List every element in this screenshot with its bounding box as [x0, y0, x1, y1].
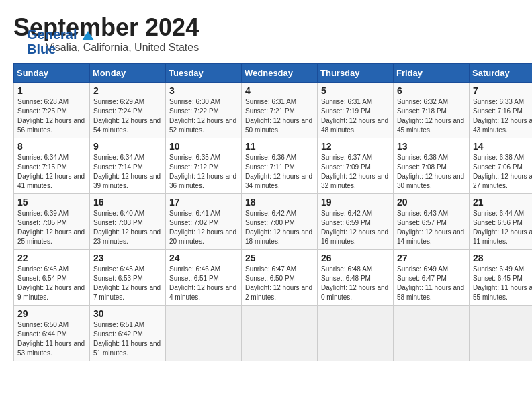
day-info: Sunrise: 6:28 AM Sunset: 7:25 PM Dayligh… [17, 97, 86, 135]
col-monday: Monday [90, 64, 166, 83]
calendar-cell: 20 Sunrise: 6:43 AM Sunset: 6:57 PM Dayl… [394, 194, 470, 250]
day-number: 17 [169, 197, 238, 208]
day-info: Sunrise: 6:38 AM Sunset: 7:08 PM Dayligh… [397, 153, 466, 191]
day-info: Sunrise: 6:41 AM Sunset: 7:02 PM Dayligh… [169, 209, 238, 246]
day-info: Sunrise: 6:38 AM Sunset: 7:06 PM Dayligh… [473, 153, 532, 191]
day-info: Sunrise: 6:32 AM Sunset: 7:18 PM Dayligh… [397, 97, 466, 135]
calendar-cell: 23 Sunrise: 6:45 AM Sunset: 6:53 PM Dayl… [90, 250, 166, 306]
calendar-header-row: Sunday Monday Tuesday Wednesday Thursday… [14, 64, 533, 83]
day-info: Sunrise: 6:49 AM Sunset: 6:47 PM Dayligh… [397, 265, 466, 302]
calendar-cell: 10 Sunrise: 6:35 AM Sunset: 7:12 PM Dayl… [166, 138, 242, 194]
day-info: Sunrise: 6:46 AM Sunset: 6:51 PM Dayligh… [169, 265, 238, 302]
day-number: 29 [17, 308, 86, 319]
day-number: 11 [245, 141, 314, 152]
calendar-week-row: 1 Sunrise: 6:28 AM Sunset: 7:25 PM Dayli… [14, 83, 533, 138]
calendar-cell: 30 Sunrise: 6:51 AM Sunset: 6:42 PM Dayl… [90, 306, 166, 361]
calendar-cell: 26 Sunrise: 6:48 AM Sunset: 6:48 PM Dayl… [318, 250, 394, 306]
day-number: 9 [93, 141, 162, 152]
day-number: 4 [245, 85, 314, 96]
logo-text: General [27, 27, 94, 42]
calendar-cell: 3 Sunrise: 6:30 AM Sunset: 7:22 PM Dayli… [166, 83, 242, 138]
calendar-cell: 2 Sunrise: 6:29 AM Sunset: 7:24 PM Dayli… [90, 83, 166, 138]
day-info: Sunrise: 6:42 AM Sunset: 7:00 PM Dayligh… [245, 209, 314, 246]
day-number: 1 [17, 85, 86, 96]
day-info: Sunrise: 6:39 AM Sunset: 7:05 PM Dayligh… [17, 209, 86, 246]
day-number: 23 [93, 253, 162, 263]
day-info: Sunrise: 6:42 AM Sunset: 6:59 PM Dayligh… [321, 209, 390, 246]
day-info: Sunrise: 6:45 AM Sunset: 6:53 PM Dayligh… [93, 265, 162, 302]
calendar-cell: 21 Sunrise: 6:44 AM Sunset: 6:56 PM Dayl… [470, 194, 533, 250]
calendar-cell: 24 Sunrise: 6:46 AM Sunset: 6:51 PM Dayl… [166, 250, 242, 306]
calendar-cell: 29 Sunrise: 6:50 AM Sunset: 6:44 PM Dayl… [14, 306, 90, 361]
col-wednesday: Wednesday [242, 64, 318, 83]
day-info: Sunrise: 6:47 AM Sunset: 6:50 PM Dayligh… [245, 265, 314, 302]
day-info: Sunrise: 6:51 AM Sunset: 6:42 PM Dayligh… [93, 320, 162, 358]
day-info: Sunrise: 6:50 AM Sunset: 6:44 PM Dayligh… [17, 320, 86, 358]
day-info: Sunrise: 6:29 AM Sunset: 7:24 PM Dayligh… [93, 97, 162, 135]
calendar-cell: 11 Sunrise: 6:36 AM Sunset: 7:11 PM Dayl… [242, 138, 318, 194]
calendar-cell [242, 306, 318, 361]
calendar-cell: 17 Sunrise: 6:41 AM Sunset: 7:02 PM Dayl… [166, 194, 242, 250]
day-number: 28 [473, 253, 532, 263]
calendar-cell: 25 Sunrise: 6:47 AM Sunset: 6:50 PM Dayl… [242, 250, 318, 306]
day-info: Sunrise: 6:36 AM Sunset: 7:11 PM Dayligh… [245, 153, 314, 191]
day-number: 15 [17, 197, 86, 208]
calendar-cell: 27 Sunrise: 6:49 AM Sunset: 6:47 PM Dayl… [394, 250, 470, 306]
day-info: Sunrise: 6:49 AM Sunset: 6:45 PM Dayligh… [473, 265, 532, 302]
day-number: 13 [397, 141, 466, 152]
day-number: 16 [93, 197, 162, 208]
calendar-cell: 15 Sunrise: 6:39 AM Sunset: 7:05 PM Dayl… [14, 194, 90, 250]
col-saturday: Saturday [470, 64, 533, 83]
calendar-cell: 4 Sunrise: 6:31 AM Sunset: 7:21 PM Dayli… [242, 83, 318, 138]
calendar-cell: 7 Sunrise: 6:33 AM Sunset: 7:16 PM Dayli… [470, 83, 533, 138]
top-row: General Blue September 2024 Visalia, Cal… [13, 13, 532, 58]
logo: General Blue [27, 27, 94, 56]
day-number: 30 [93, 308, 162, 319]
calendar-cell: 6 Sunrise: 6:32 AM Sunset: 7:18 PM Dayli… [394, 83, 470, 138]
calendar-cell [394, 306, 470, 361]
day-info: Sunrise: 6:33 AM Sunset: 7:16 PM Dayligh… [473, 97, 532, 135]
day-number: 10 [169, 141, 238, 152]
col-thursday: Thursday [318, 64, 394, 83]
logo-blue: Blue [27, 42, 94, 56]
calendar-cell: 8 Sunrise: 6:34 AM Sunset: 7:15 PM Dayli… [14, 138, 90, 194]
calendar-cell: 12 Sunrise: 6:37 AM Sunset: 7:09 PM Dayl… [318, 138, 394, 194]
day-number: 6 [397, 85, 466, 96]
calendar-cell: 18 Sunrise: 6:42 AM Sunset: 7:00 PM Dayl… [242, 194, 318, 250]
day-info: Sunrise: 6:35 AM Sunset: 7:12 PM Dayligh… [169, 153, 238, 191]
day-info: Sunrise: 6:34 AM Sunset: 7:15 PM Dayligh… [17, 153, 86, 191]
calendar-cell: 14 Sunrise: 6:38 AM Sunset: 7:06 PM Dayl… [470, 138, 533, 194]
day-number: 25 [245, 253, 314, 263]
day-number: 24 [169, 253, 238, 263]
calendar-cell [318, 306, 394, 361]
day-number: 5 [321, 85, 390, 96]
calendar: Sunday Monday Tuesday Wednesday Thursday… [13, 63, 532, 361]
day-info: Sunrise: 6:34 AM Sunset: 7:14 PM Dayligh… [93, 153, 162, 191]
day-number: 20 [397, 197, 466, 208]
day-info: Sunrise: 6:31 AM Sunset: 7:21 PM Dayligh… [245, 97, 314, 135]
calendar-cell: 1 Sunrise: 6:28 AM Sunset: 7:25 PM Dayli… [14, 83, 90, 138]
day-number: 2 [93, 85, 162, 96]
calendar-cell: 19 Sunrise: 6:42 AM Sunset: 6:59 PM Dayl… [318, 194, 394, 250]
day-number: 22 [17, 253, 86, 263]
logo-icon [82, 31, 94, 40]
day-number: 19 [321, 197, 390, 208]
day-info: Sunrise: 6:45 AM Sunset: 6:54 PM Dayligh… [17, 265, 86, 302]
calendar-cell: 9 Sunrise: 6:34 AM Sunset: 7:14 PM Dayli… [90, 138, 166, 194]
calendar-week-row: 15 Sunrise: 6:39 AM Sunset: 7:05 PM Dayl… [14, 194, 533, 250]
day-info: Sunrise: 6:48 AM Sunset: 6:48 PM Dayligh… [321, 265, 390, 302]
day-info: Sunrise: 6:40 AM Sunset: 7:03 PM Dayligh… [93, 209, 162, 246]
day-number: 18 [245, 197, 314, 208]
calendar-cell: 22 Sunrise: 6:45 AM Sunset: 6:54 PM Dayl… [14, 250, 90, 306]
day-info: Sunrise: 6:37 AM Sunset: 7:09 PM Dayligh… [321, 153, 390, 191]
calendar-week-row: 22 Sunrise: 6:45 AM Sunset: 6:54 PM Dayl… [14, 250, 533, 306]
day-info: Sunrise: 6:43 AM Sunset: 6:57 PM Dayligh… [397, 209, 466, 246]
day-number: 26 [321, 253, 390, 263]
calendar-cell: 28 Sunrise: 6:49 AM Sunset: 6:45 PM Dayl… [470, 250, 533, 306]
calendar-cell [166, 306, 242, 361]
day-number: 7 [473, 85, 532, 96]
page-wrapper: General Blue September 2024 Visalia, Cal… [13, 13, 532, 361]
calendar-week-row: 29 Sunrise: 6:50 AM Sunset: 6:44 PM Dayl… [14, 306, 533, 361]
day-info: Sunrise: 6:44 AM Sunset: 6:56 PM Dayligh… [473, 209, 532, 246]
day-number: 3 [169, 85, 238, 96]
